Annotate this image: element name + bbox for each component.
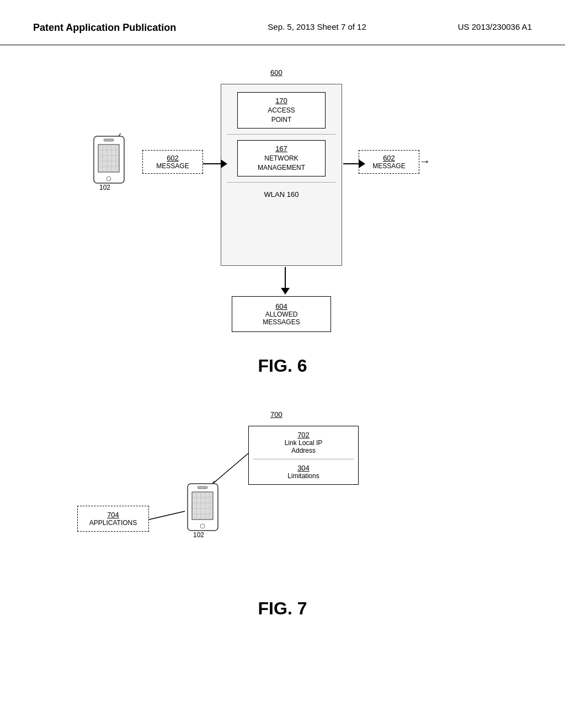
wlan-box: 170 ACCESS POINT 167 NETWORK MANAGEMENT … xyxy=(221,84,342,266)
message-left-label: 602 MESSAGE xyxy=(147,154,198,170)
publication-title: Patent Application Publication xyxy=(33,22,176,34)
svg-text:102: 102 xyxy=(99,184,110,191)
message-right-box: 602 MESSAGE xyxy=(359,150,419,174)
arrow-down-fig6 xyxy=(281,267,290,295)
fig7-label: FIG. 7 xyxy=(33,598,532,619)
message-left-box: 602 MESSAGE xyxy=(142,150,203,174)
mobile-device-fig6: 102 xyxy=(88,133,132,196)
svg-text:102: 102 xyxy=(193,531,204,539)
wlan-divider1 xyxy=(227,134,336,135)
fig6-label: FIG. 6 xyxy=(33,356,532,376)
fig7-number: 700 xyxy=(270,409,282,419)
fig7-diagram: 700 702 Link Local IP Address 304 Limita… xyxy=(33,409,532,619)
arrow-right-head: → xyxy=(419,155,430,168)
svg-point-27 xyxy=(200,524,205,528)
wlan-label: WLAN 160 xyxy=(221,188,342,201)
svg-rect-1 xyxy=(98,144,119,172)
main-content: 600 170 ACCESS POINT 167 NETWORK MANAGEM… xyxy=(0,45,565,641)
svg-point-11 xyxy=(106,176,111,181)
svg-rect-17 xyxy=(192,492,213,520)
sheet-info: Sep. 5, 2013 Sheet 7 of 12 xyxy=(268,22,366,31)
arrow-mobile-to-wlan xyxy=(203,159,227,168)
network-mgmt-label: 167 NETWORK MANAGEMENT xyxy=(238,141,325,176)
allowed-messages-box: 604 ALLOWED MESSAGES xyxy=(232,296,331,332)
patent-number: US 2013/230036 A1 xyxy=(458,22,532,31)
network-mgmt-box: 167 NETWORK MANAGEMENT xyxy=(237,140,326,176)
arrow-wlan-to-right xyxy=(343,159,365,168)
access-point-box: 170 ACCESS POINT xyxy=(237,92,326,129)
applications-label: 704 APPLICATIONS xyxy=(82,511,144,527)
page-header: Patent Application Publication Sep. 5, 2… xyxy=(0,0,565,45)
applications-box: 704 APPLICATIONS xyxy=(77,506,149,532)
access-point-label: 170 ACCESS POINT xyxy=(238,93,325,128)
mobile-device-fig7: 102 xyxy=(182,481,226,544)
allowed-messages-label: 604 ALLOWED MESSAGES xyxy=(238,302,325,326)
svg-rect-26 xyxy=(198,486,207,489)
svg-line-15 xyxy=(149,511,185,520)
svg-rect-10 xyxy=(104,139,114,141)
fig6-diagram: 600 170 ACCESS POINT 167 NETWORK MANAGEM… xyxy=(33,67,532,376)
fig6-number: 600 xyxy=(270,67,282,77)
limitations-box: 304 Limitations xyxy=(249,459,358,484)
link-local-box: 702 Link Local IP Address xyxy=(249,426,358,459)
message-right-label: 602 MESSAGE xyxy=(364,154,414,170)
wlan-divider2 xyxy=(227,182,336,183)
fig7-right-box: 702 Link Local IP Address 304 Limitation… xyxy=(248,426,359,485)
